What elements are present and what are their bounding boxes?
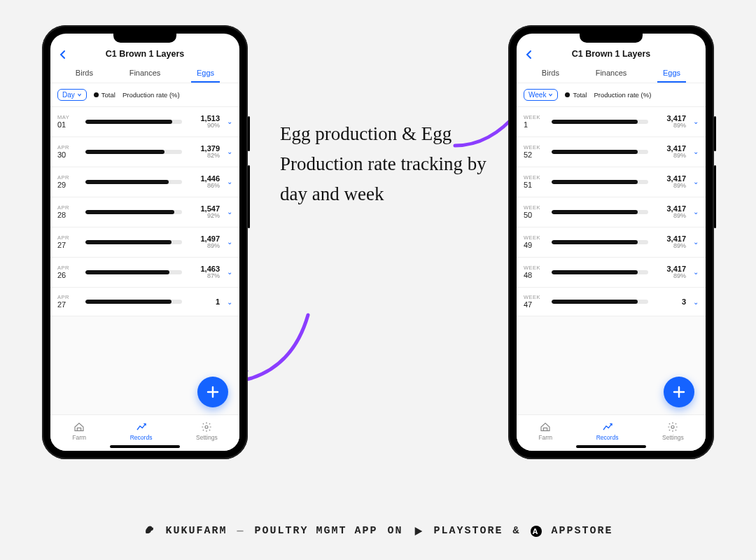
tagline: POULTRY MGMT APP — [254, 525, 377, 537]
value-column: 3,41789% — [654, 114, 686, 130]
chevron-down-icon — [77, 92, 82, 97]
production-bar — [85, 210, 182, 214]
filter-bar: Day Total Production rate (%) — [50, 83, 239, 107]
production-bar — [85, 120, 182, 124]
page-title: C1 Brown 1 Layers — [106, 49, 185, 59]
rooster-icon — [143, 523, 155, 539]
chevron-down-icon: ⌄ — [692, 208, 699, 216]
production-bar — [552, 120, 648, 124]
value-column: 3 — [654, 298, 686, 306]
back-button[interactable] — [525, 49, 533, 62]
record-row[interactable]: APR271,49789%⌄ — [50, 227, 239, 258]
legend-total: Total — [565, 91, 587, 99]
record-row[interactable]: WEEK503,41789%⌄ — [517, 197, 706, 227]
production-bar — [85, 300, 182, 304]
date-column: APR26 — [57, 265, 80, 279]
nav-settings[interactable]: Settings — [196, 421, 218, 441]
date-column: WEEK48 — [524, 265, 546, 279]
tab-eggs[interactable]: Eggs — [191, 64, 220, 83]
production-bar — [552, 270, 648, 274]
production-bar — [85, 240, 182, 244]
record-row[interactable]: WEEK483,41789%⌄ — [517, 258, 706, 288]
gear-icon — [201, 421, 212, 433]
playstore-label[interactable]: PLAYSTORE — [434, 525, 503, 537]
production-bar — [85, 270, 182, 274]
value-column: 3,41789% — [654, 234, 686, 250]
egg-records-list-day[interactable]: MAY011,51390%⌄APR301,37982%⌄APR291,44686… — [50, 107, 239, 414]
date-column: APR29 — [57, 175, 80, 189]
legend-rate: Production rate (%) — [122, 91, 180, 99]
nav-records[interactable]: Records — [596, 421, 619, 441]
chevron-down-icon: ⌄ — [225, 238, 232, 246]
production-bar — [85, 180, 182, 184]
chevron-down-icon: ⌄ — [692, 238, 699, 246]
record-row[interactable]: WEEK523,41789%⌄ — [517, 137, 706, 167]
chevron-down-icon: ⌄ — [225, 298, 232, 306]
tab-eggs[interactable]: Eggs — [657, 64, 686, 83]
chevron-down-icon: ⌄ — [692, 148, 699, 155]
chevron-down-icon — [548, 92, 553, 97]
production-bar — [85, 150, 182, 154]
back-button[interactable] — [59, 49, 67, 62]
chevron-down-icon: ⌄ — [225, 208, 232, 216]
tab-finances[interactable]: Finances — [590, 64, 633, 83]
value-column: 1,54792% — [188, 204, 220, 220]
appstore-label[interactable]: APPSTORE — [552, 525, 613, 537]
value-column: 1 — [188, 298, 220, 306]
chevron-down-icon: ⌄ — [225, 178, 232, 186]
record-row[interactable]: WEEK473⌄ — [517, 288, 706, 316]
legend-rate: Production rate (%) — [594, 91, 651, 99]
filter-bar: Week Total Production rate (%) — [517, 83, 706, 107]
value-column: 1,49789% — [188, 234, 220, 250]
date-column: WEEK47 — [524, 295, 546, 309]
phone-mockup-day: C1 Brown 1 Layers Birds Finances Eggs Da… — [42, 25, 248, 459]
nav-settings[interactable]: Settings — [662, 421, 684, 441]
egg-records-list-week[interactable]: WEEK13,41789%⌄WEEK523,41789%⌄WEEK513,417… — [517, 107, 706, 414]
legend-dot-icon — [94, 92, 99, 97]
promo-footer: KUKUFARM — POULTRY MGMT APP ON PLAYSTORE… — [0, 523, 756, 539]
svg-point-1 — [671, 426, 674, 428]
record-row[interactable]: MAY011,51390%⌄ — [50, 107, 239, 137]
nav-records[interactable]: Records — [130, 421, 153, 441]
record-row[interactable]: APR271⌄ — [50, 288, 239, 316]
record-row[interactable]: APR291,44686%⌄ — [50, 167, 239, 197]
period-dropdown[interactable]: Week — [524, 89, 558, 101]
tab-finances[interactable]: Finances — [124, 64, 167, 83]
add-record-button[interactable] — [664, 377, 694, 407]
plus-icon — [672, 385, 686, 399]
record-row[interactable]: APR281,54792%⌄ — [50, 197, 239, 227]
value-column: 1,51390% — [188, 114, 220, 130]
appstore-icon: A — [531, 526, 542, 537]
period-label: Week — [528, 91, 546, 99]
production-bar — [552, 210, 648, 214]
record-row[interactable]: WEEK13,41789%⌄ — [517, 107, 706, 137]
period-dropdown[interactable]: Day — [57, 89, 87, 101]
record-row[interactable]: APR261,46387%⌄ — [50, 258, 239, 288]
value-column: 3,41789% — [654, 265, 686, 280]
value-column: 1,37982% — [188, 144, 220, 160]
date-column: APR30 — [57, 145, 80, 159]
add-record-button[interactable] — [197, 377, 228, 407]
page-title: C1 Brown 1 Layers — [572, 49, 651, 59]
tab-birds[interactable]: Birds — [536, 64, 565, 83]
tab-bar: Birds Finances Eggs — [50, 63, 239, 83]
nav-farm[interactable]: Farm — [538, 421, 552, 441]
date-column: APR27 — [57, 235, 80, 249]
period-label: Day — [62, 91, 75, 99]
date-column: APR28 — [57, 205, 80, 219]
chevron-down-icon: ⌄ — [225, 268, 232, 276]
chevron-down-icon: ⌄ — [225, 148, 232, 155]
record-row[interactable]: WEEK513,41789%⌄ — [517, 167, 706, 197]
legend-total: Total — [94, 91, 115, 99]
brand-name: KUKUFARM — [165, 525, 227, 537]
value-column: 1,44686% — [188, 174, 220, 190]
records-icon — [136, 421, 147, 433]
plus-icon — [206, 385, 220, 399]
nav-farm[interactable]: Farm — [72, 421, 86, 441]
record-row[interactable]: APR301,37982%⌄ — [50, 137, 239, 167]
date-column: MAY01 — [57, 115, 80, 129]
chevron-down-icon: ⌄ — [692, 178, 699, 186]
record-row[interactable]: WEEK493,41789%⌄ — [517, 227, 706, 258]
gear-icon — [667, 421, 678, 433]
tab-birds[interactable]: Birds — [70, 64, 99, 83]
